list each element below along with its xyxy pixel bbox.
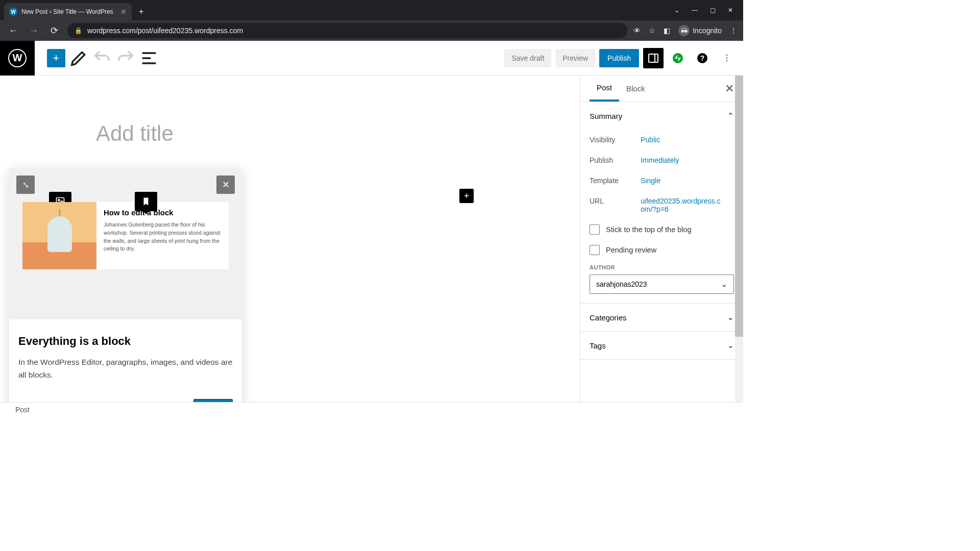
tutorial-minimize-button[interactable]: ⤡ <box>16 176 35 194</box>
url-label: URL <box>590 197 641 213</box>
svg-point-2 <box>673 53 683 63</box>
tutorial-close-button[interactable]: ✕ <box>216 176 235 194</box>
tabs-dropdown-icon[interactable]: ⌄ <box>674 7 679 14</box>
window-controls: ⌄ — ▢ ✕ <box>664 0 743 20</box>
url-value[interactable]: uifeed20235.wordpress.com/?p=6 <box>641 197 722 213</box>
author-label: AUTHOR <box>590 264 734 270</box>
document-overview-button[interactable] <box>139 48 159 68</box>
svg-point-6 <box>58 199 60 201</box>
tutorial-sample-body: Johannes Gutenberg paced the floor of hi… <box>104 221 222 253</box>
editor-canvas[interactable]: Add title + ⤡ ✕ How to edit a block J <box>0 76 580 416</box>
visibility-label: Visibility <box>590 136 641 144</box>
add-block-button[interactable]: + <box>47 49 65 67</box>
preview-button[interactable]: Preview <box>555 49 595 67</box>
sticky-checkbox[interactable] <box>590 224 600 235</box>
chevron-down-icon: ⌄ <box>721 280 727 288</box>
chevron-up-icon: ⌃ <box>727 111 734 120</box>
editor-footer: Post <box>0 402 743 416</box>
tutorial-sample-image <box>22 202 96 269</box>
author-select[interactable]: sarahjonas2023 ⌄ <box>590 274 734 294</box>
post-title-input[interactable]: Add title <box>96 121 174 146</box>
address-bar: ← → ⟳ 🔒 wordpress.com/post/uifeed20235.w… <box>0 20 743 41</box>
eye-off-icon[interactable]: 👁 <box>633 27 641 35</box>
tab-title: New Post ‹ Site Title — WordPres <box>21 8 116 15</box>
browser-menu-icon[interactable]: ⋮ <box>730 27 737 35</box>
sidebar-icon <box>647 52 659 64</box>
wordpress-logo-icon: W <box>8 49 27 67</box>
inline-add-block-button[interactable]: + <box>459 189 474 203</box>
pending-review-label: Pending review <box>606 246 656 254</box>
pencil-icon <box>68 48 89 68</box>
summary-panel-header[interactable]: Summary ⌃ <box>580 102 743 130</box>
svg-rect-0 <box>649 54 658 62</box>
incognito-icon: 🕶 <box>678 25 690 36</box>
url-text: wordpress.com/post/uifeed20235.wordpress… <box>87 27 243 35</box>
tutorial-media-area: ⤡ ✕ How to edit a block Johannes Gutenbe… <box>9 168 242 319</box>
wordpress-favicon: W <box>9 8 17 16</box>
save-draft-button[interactable]: Save draft <box>504 49 551 67</box>
undo-icon <box>92 48 112 68</box>
tutorial-sample-title: How to edit a block <box>104 208 222 217</box>
forward-icon[interactable]: → <box>27 26 41 36</box>
lock-icon: 🔒 <box>75 27 82 34</box>
publish-label: Publish <box>590 156 641 164</box>
close-tab-icon[interactable]: ✕ <box>120 8 127 16</box>
sticky-label: Stick to the top of the blog <box>606 226 692 234</box>
chevron-down-icon: ⌄ <box>727 313 734 322</box>
tutorial-step-description: In the WordPress Editor, paragraphs, ima… <box>18 356 233 382</box>
jetpack-icon <box>672 52 684 64</box>
wordpress-logo-button[interactable]: W <box>0 41 35 76</box>
template-label: Template <box>590 177 641 185</box>
tutorial-illustration: How to edit a block Johannes Gutenberg p… <box>22 202 229 269</box>
minimize-icon[interactable]: — <box>692 7 698 14</box>
tools-button[interactable] <box>68 48 89 68</box>
redo-icon <box>115 48 136 68</box>
url-input[interactable]: 🔒 wordpress.com/post/uifeed20235.wordpre… <box>67 23 627 38</box>
browser-tab-bar: W New Post ‹ Site Title — WordPres ✕ + ⌄… <box>0 0 743 20</box>
scrollbar-thumb[interactable] <box>735 76 743 337</box>
browser-tab[interactable]: W New Post ‹ Site Title — WordPres ✕ <box>4 3 132 20</box>
pending-review-checkbox[interactable] <box>590 245 600 255</box>
svg-text:?: ? <box>700 54 705 62</box>
side-panel-icon[interactable]: ◧ <box>664 27 670 35</box>
undo-button[interactable] <box>92 48 112 68</box>
vertical-scrollbar[interactable] <box>735 76 743 402</box>
sidebar-close-button[interactable]: ✕ <box>725 82 734 95</box>
jetpack-button[interactable] <box>668 48 688 68</box>
tutorial-popup: ⤡ ✕ How to edit a block Johannes Gutenbe… <box>9 168 242 416</box>
publish-value[interactable]: Immediately <box>641 156 679 164</box>
options-menu-button[interactable]: ⋮ <box>717 48 737 68</box>
breadcrumb[interactable]: Post <box>15 406 30 414</box>
help-button[interactable]: ? <box>692 48 713 68</box>
tab-post[interactable]: Post <box>590 76 619 102</box>
reload-icon[interactable]: ⟳ <box>47 25 61 36</box>
template-value[interactable]: Single <box>641 177 660 185</box>
tutorial-step-title: Everything is a block <box>18 335 233 348</box>
bookmark-star-icon[interactable]: ☆ <box>649 27 655 35</box>
tags-panel-header[interactable]: Tags ⌄ <box>580 332 743 359</box>
back-icon[interactable]: ← <box>6 26 20 36</box>
list-view-icon <box>139 48 159 68</box>
help-icon: ? <box>696 52 708 64</box>
settings-sidebar: Post Block ✕ Summary ⌃ Visibility Public… <box>580 76 743 416</box>
redo-button[interactable] <box>115 48 136 68</box>
new-tab-button[interactable]: + <box>132 3 151 20</box>
editor-header: W + Save draft Preview Publish ? ⋮ <box>0 41 743 76</box>
tab-block[interactable]: Block <box>619 76 652 102</box>
publish-button[interactable]: Publish <box>599 49 639 67</box>
maximize-icon[interactable]: ▢ <box>710 7 716 14</box>
chevron-down-icon: ⌄ <box>727 341 734 350</box>
bookmark-block-tag <box>135 192 157 211</box>
incognito-badge[interactable]: 🕶 Incognito <box>678 25 722 36</box>
close-window-icon[interactable]: ✕ <box>728 7 733 14</box>
categories-panel-header[interactable]: Categories ⌄ <box>580 304 743 331</box>
visibility-value[interactable]: Public <box>641 136 660 144</box>
settings-sidebar-toggle[interactable] <box>643 48 664 68</box>
bookmark-icon <box>141 197 151 206</box>
